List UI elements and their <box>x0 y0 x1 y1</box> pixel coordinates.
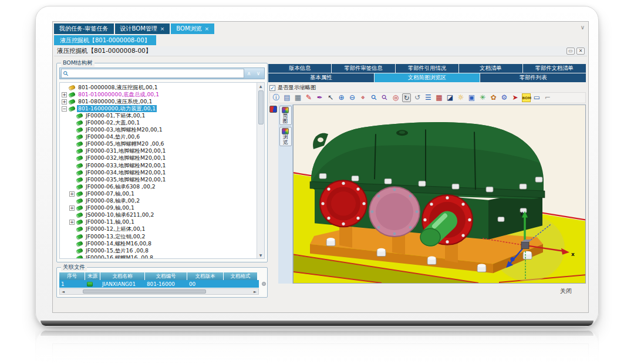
toolbar-icon-info[interactable]: ⓘ <box>272 93 281 102</box>
close-button[interactable]: ✕ <box>576 48 585 55</box>
toolbar-icon-swing-rotate[interactable]: ↺ <box>413 93 422 102</box>
toolbar-icon-select-pointer[interactable]: ↖ <box>326 93 335 102</box>
tree-item[interactable]: −801-16000000,动力装置,00,1 <box>60 105 257 112</box>
toolbar-icon-rotate-center[interactable]: ◎ <box>392 93 400 102</box>
toolbar-icon-print[interactable]: ▦ <box>294 93 302 102</box>
toolbar-icon-paint-brush[interactable]: ✒ <box>315 93 324 102</box>
part-link-icon <box>76 163 83 169</box>
side-button-sketch[interactable]: 简图 <box>279 106 292 125</box>
tree-item-label: JF0000-02,大盖,00,1 <box>85 119 141 126</box>
search-next-icon[interactable]: ∨ <box>254 69 263 78</box>
tree-item[interactable]: JF0000-12,上箱体,00,1 <box>60 226 257 233</box>
toolbar-icon-open-document[interactable]: ▤ <box>283 93 292 102</box>
rtab-part-approval-info[interactable]: 零部件审签信息 <box>332 64 394 73</box>
view-mode-cube-icon[interactable] <box>269 106 277 113</box>
scroll-down-icon[interactable]: ▼ <box>258 252 264 258</box>
tree-item[interactable]: JF0000-08,轴承,00,2 <box>60 198 257 205</box>
toolbar-icon-fit-window[interactable]: ⌖ <box>359 93 367 102</box>
hscroll-thumb[interactable] <box>83 289 206 294</box>
expander-icon[interactable]: + <box>69 205 75 211</box>
tree-item[interactable]: JF0000-02,大盖,00,1 <box>60 119 257 126</box>
toolbar-icon-extra-tool[interactable]: ⌐ <box>544 93 552 102</box>
search-prev-icon[interactable]: ∧ <box>244 69 254 78</box>
tree-item-label: JF0000-05,地脚螺帽M20 ,00,6 <box>85 141 166 148</box>
hscroll-left-icon[interactable]: ◄ <box>60 289 66 294</box>
expander-icon[interactable]: + <box>69 191 75 197</box>
tab-design-bom[interactable]: 设计BOM管理× <box>115 23 170 34</box>
toolbar-icon-screen-view[interactable]: ▭ <box>532 93 541 102</box>
tree-item[interactable]: JF0000-033,地脚螺栓M20,00,1 <box>60 162 257 169</box>
tab-close-icon[interactable]: × <box>205 26 210 32</box>
tree-item[interactable]: JF0000-031,地脚螺栓M20,00,1 <box>60 148 257 155</box>
toolbar-icon-zoom-in[interactable]: ⊕ <box>337 93 346 102</box>
toolbar-icon-layers[interactable]: ☰ <box>424 93 433 102</box>
tree-item[interactable]: JF0000-035,地脚螺栓M20,00,1 <box>60 176 257 183</box>
rtab-basic-properties[interactable]: 基本属性 <box>268 73 374 82</box>
tree-item[interactable]: JS0000-10,轴承6211,00,2 <box>60 212 257 219</box>
toolbar-icon-orbit-rotate[interactable]: ↻ <box>402 93 411 102</box>
toolbar-icon-light-bulb[interactable]: ☼ <box>457 93 466 102</box>
scroll-up-icon[interactable]: ▲ <box>258 83 264 89</box>
thumbnail-checkbox-label: 是否显示缩略图 <box>278 84 316 92</box>
reflection: 我的任务-审签任务设计BOM管理×BOM浏览× ∨ 液压挖掘机【801-0000… <box>35 330 599 364</box>
expander-icon[interactable]: + <box>62 99 67 105</box>
monitor: 我的任务-审签任务设计BOM管理×BOM浏览× ∨ 液压挖掘机【801-0000… <box>35 6 599 326</box>
toolbar-icon-view-cube[interactable]: ◪ <box>446 93 454 102</box>
tree-item[interactable]: JF0000-04,垫片,00,6 <box>60 134 257 141</box>
toolbar-icon-explode-view[interactable]: ✳ <box>478 93 487 102</box>
scroll-thumb[interactable] <box>258 90 264 124</box>
tab-close-icon[interactable]: × <box>160 26 165 32</box>
tree-item[interactable]: +JF0000-09,轴,00,1 <box>60 205 257 212</box>
related-files-data-row[interactable]: 1JIANXIANG01801-1600000 <box>59 280 259 288</box>
tab-overflow-chevron-icon[interactable]: ∨ <box>581 24 585 31</box>
toolbar-icon-bom-badge[interactable]: BOM <box>522 93 531 102</box>
toolbar-icon-edit-pen[interactable]: ✎ <box>305 93 313 102</box>
tree-item[interactable]: JF0000-15,垫片16 ,00,8 <box>60 247 257 254</box>
side-button-browse[interactable]: 浏览 <box>279 127 292 146</box>
subtab-hydraulic-excavator[interactable]: 液压挖掘机【801-0000008-00】 <box>54 35 156 45</box>
toolbar-icon-image-view[interactable]: ▣ <box>467 93 476 102</box>
tree-item[interactable]: JF0000-14,螺栓M16,00,8 <box>60 240 257 247</box>
tab-bom-browse[interactable]: BOM浏览× <box>171 23 214 34</box>
tree-item[interactable]: +JF0000-07,轴,00,1 <box>60 190 257 197</box>
toolbar-icon-measure-grid[interactable]: ▦ <box>435 93 444 102</box>
toolbar-icon-zoom-out[interactable]: ⊖ <box>348 93 357 102</box>
part-link-icon <box>76 149 83 155</box>
tree-item[interactable]: JF0000-05,地脚螺帽M20 ,00,6 <box>60 141 257 148</box>
tree-item[interactable]: JF0000-032,地脚螺栓M20,00,1 <box>60 155 257 162</box>
tree-item[interactable]: JF0000-03,地脚螺栓M20,00,1 <box>60 127 257 134</box>
toolbar-icon-part-config[interactable]: ✿ <box>489 93 498 102</box>
rtab-document-sketch-view[interactable]: 文档简图浏览区 <box>375 73 480 82</box>
rtab-part-reference[interactable]: 零部件引用情况 <box>396 64 458 73</box>
related-files-hscrollbar[interactable]: ◄ ► <box>59 288 259 295</box>
main-tab-bar: 我的任务-审签任务设计BOM管理×BOM浏览× <box>54 23 575 34</box>
tree-item[interactable]: +801-0800000,液压系统,00,1 <box>60 98 257 105</box>
rtab-part-document-list[interactable]: 零部件文档清单 <box>523 64 586 73</box>
expander-icon[interactable]: + <box>69 220 75 225</box>
toolbar-icon-zoom-select[interactable]: ⚲ <box>379 92 391 103</box>
rtab-part-list[interactable]: 零部件列表 <box>480 73 586 82</box>
tab-my-tasks[interactable]: 我的任务-审签任务 <box>54 23 114 34</box>
hscroll-right-icon[interactable]: ► <box>252 289 258 294</box>
expander-icon[interactable]: − <box>62 106 67 112</box>
tree-item[interactable]: JF0000-034,地脚螺栓M20,00,1 <box>60 169 257 176</box>
toolbar-icon-markup-tool[interactable]: ➤ <box>511 93 520 102</box>
tree-item[interactable]: +JF0000-11,轴,00,1 <box>60 219 257 226</box>
tree-item[interactable]: 801-0000008,液压挖掘机,00,1 <box>60 84 257 91</box>
thumbnail-checkbox[interactable]: ✓ <box>269 85 275 91</box>
tree-item[interactable]: +801-010000000,底盘总成,00,1 <box>60 91 257 98</box>
tree-item[interactable]: JF0000-06,轴承6308 ,00,2 <box>60 183 257 190</box>
rtab-document-list[interactable]: 文档清单 <box>459 64 522 73</box>
tree-item[interactable]: JF0000-16,螺帽M16 ,00,8 <box>60 254 257 258</box>
viewport-3d[interactable]: x y <box>293 105 586 284</box>
tree-item[interactable]: JF0000-01,下箱体,00,1 <box>60 112 257 119</box>
viewer-close-button[interactable]: 关闭 <box>560 287 572 295</box>
restore-button[interactable]: ▭ <box>566 48 575 55</box>
stage: 我的任务-审签任务设计BOM管理×BOM浏览× ∨ 液压挖掘机【801-0000… <box>0 0 634 364</box>
tree-item[interactable]: JF0000-13,定位销,00,2 <box>60 233 257 240</box>
toolbar-icon-gear-settings[interactable]: ⚙ <box>500 93 509 102</box>
rtab-version-info[interactable]: 版本信息 <box>268 64 331 73</box>
tree-scrollbar[interactable]: ▲ ▼ <box>257 83 264 258</box>
search-input[interactable] <box>70 70 244 77</box>
expander-icon[interactable]: + <box>62 92 67 97</box>
